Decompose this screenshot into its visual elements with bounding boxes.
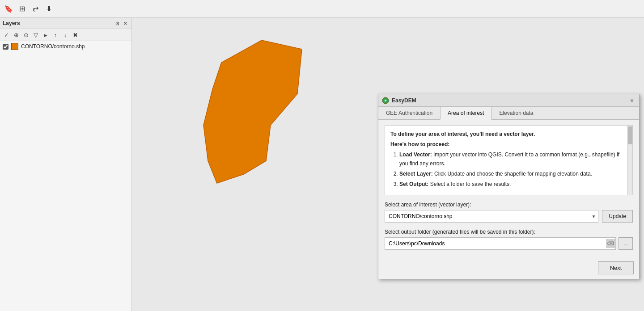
layer-select-wrapper: CONTORNO/contorno.shp ▼ xyxy=(385,210,598,223)
open-layer-icon[interactable]: ✓ xyxy=(2,30,11,39)
grid-icon[interactable]: ⊞ xyxy=(17,4,27,14)
funnel-icon[interactable]: ▽ xyxy=(31,30,40,39)
select-layer-label: Select area of interest (vector layer): xyxy=(385,202,633,208)
expand-icon[interactable]: ▸ xyxy=(41,30,50,39)
layer-item[interactable]: CONTORNO/contorno.shp xyxy=(0,41,131,52)
select-layer-row: CONTORNO/contorno.shp ▼ Update xyxy=(385,210,633,223)
scrollbar-thumb xyxy=(628,126,632,144)
update-button[interactable]: Update xyxy=(602,210,633,223)
tab-area-of-interest[interactable]: Area of interest xyxy=(440,107,491,120)
info-scrollbar[interactable] xyxy=(627,126,632,195)
next-button[interactable]: Next xyxy=(598,261,634,274)
info-title: To define your area of interest, you'll … xyxy=(390,130,627,139)
move-down-icon[interactable]: ↓ xyxy=(61,30,70,39)
dialog-title-text: EasyDEM xyxy=(392,97,416,104)
info-item-3: Set Output: Select a folder to save the … xyxy=(399,180,627,189)
dialog-title-container: EasyDEM xyxy=(382,97,416,104)
info-box: To define your area of interest, you'll … xyxy=(385,125,633,195)
polygon-shape xyxy=(177,36,329,188)
add-layer-icon[interactable]: ⊕ xyxy=(12,30,21,39)
easydemo-dialog: EasyDEM × GEE Authentication Area of int… xyxy=(378,94,640,279)
qgis-logo-icon xyxy=(382,97,389,104)
transfer-icon[interactable]: ⇄ xyxy=(30,4,40,14)
dialog-close-button[interactable]: × xyxy=(628,97,636,104)
info-list: Load Vector: Import your vector into QGI… xyxy=(390,151,627,189)
download-icon[interactable]: ⬇ xyxy=(44,4,54,14)
main-area: Layers ⊡ ✕ ✓ ⊕ ⊙ ▽ ▸ ↑ ↓ ✖ CONTORNO/cont… xyxy=(0,18,644,311)
area-polygon-svg xyxy=(177,36,329,188)
info-subtitle: Here's how to proceed: xyxy=(390,140,627,149)
layers-close-icon[interactable]: ✕ xyxy=(122,20,129,27)
folder-label: Select output folder (generated files wi… xyxy=(385,229,633,235)
folder-clear-button[interactable]: ⌫ xyxy=(606,239,615,248)
layers-header-icons: ⊡ ✕ xyxy=(114,20,129,27)
layers-panel: Layers ⊡ ✕ ✓ ⊕ ⊙ ▽ ▸ ↑ ↓ ✖ CONTORNO/cont… xyxy=(0,18,132,311)
polygon-fill xyxy=(203,40,302,183)
dialog-footer: Next xyxy=(378,259,639,279)
layer-checkbox[interactable] xyxy=(3,44,8,50)
folder-browse-button[interactable]: ... xyxy=(619,237,633,250)
layers-toolbar: ✓ ⊕ ⊙ ▽ ▸ ↑ ↓ ✖ xyxy=(0,29,131,41)
filter-icon[interactable]: ⊙ xyxy=(21,30,30,39)
folder-input-wrapper: ⌫ xyxy=(385,237,616,250)
bookmark-icon[interactable]: 🔖 xyxy=(4,4,13,14)
layers-title: Layers xyxy=(3,20,20,26)
dialog-titlebar: EasyDEM × xyxy=(378,94,639,107)
folder-row: ⌫ ... xyxy=(385,237,633,250)
layer-name: CONTORNO/contorno.shp xyxy=(21,43,85,50)
layers-header: Layers ⊡ ✕ xyxy=(0,18,131,29)
tab-elevation-data[interactable]: Elevation data xyxy=(491,107,541,119)
remove-layer-icon[interactable]: ✖ xyxy=(71,30,80,39)
tab-gee-authentication[interactable]: GEE Authentication xyxy=(378,107,440,119)
map-canvas[interactable]: EasyDEM × GEE Authentication Area of int… xyxy=(132,18,644,311)
layers-restore-icon[interactable]: ⊡ xyxy=(114,20,121,27)
layer-select[interactable]: CONTORNO/contorno.shp xyxy=(385,210,598,223)
dialog-tabs: GEE Authentication Area of interest Elev… xyxy=(378,107,639,120)
info-item-2: Select Layer: Click Update and choose th… xyxy=(399,170,627,178)
info-item-1: Load Vector: Import your vector into QGI… xyxy=(399,151,627,168)
folder-input[interactable] xyxy=(385,237,616,250)
svg-point-2 xyxy=(385,100,386,101)
top-toolbar: 🔖 ⊞ ⇄ ⬇ xyxy=(0,0,644,18)
layer-color-box xyxy=(11,43,18,50)
move-up-icon[interactable]: ↑ xyxy=(51,30,60,39)
dialog-content: To define your area of interest, you'll … xyxy=(378,120,639,259)
